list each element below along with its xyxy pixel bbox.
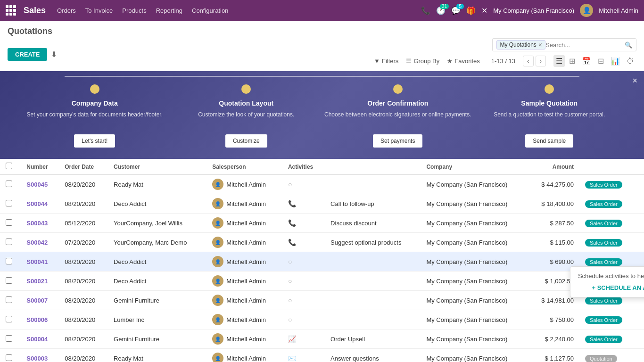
search-tag[interactable]: My Quotations × bbox=[496, 40, 545, 49]
salesperson-cell: 👤 Mitchell Admin bbox=[206, 194, 282, 214]
salesperson-cell: 👤 Mitchell Admin bbox=[206, 349, 282, 362]
chat-icon[interactable]: 💬 5 bbox=[451, 6, 461, 15]
row-checkbox[interactable] bbox=[6, 277, 12, 284]
order-number-link[interactable]: S00007 bbox=[26, 297, 48, 304]
salesperson-avatar: 👤 bbox=[212, 333, 223, 345]
activity-icon-circle: ○ bbox=[288, 296, 292, 304]
status-badge: Sales Order bbox=[585, 220, 622, 227]
row-checkbox[interactable] bbox=[6, 354, 12, 361]
activity-icon-cell[interactable]: ✉️ bbox=[282, 349, 325, 362]
order-number-link[interactable]: S00043 bbox=[26, 220, 48, 227]
col-amount: Amount bbox=[528, 159, 579, 175]
create-button[interactable]: CREATE bbox=[8, 48, 47, 61]
row-checkbox[interactable] bbox=[6, 181, 12, 187]
phone-icon[interactable]: 📞 bbox=[421, 6, 430, 15]
salesperson-avatar: 👤 bbox=[212, 353, 223, 362]
activity-icon-cell[interactable]: 📞 bbox=[282, 233, 325, 252]
company-cell: My Company (San Francisco) bbox=[421, 214, 528, 233]
gift-icon[interactable]: 🎁 bbox=[466, 6, 476, 15]
select-all-checkbox[interactable] bbox=[6, 163, 12, 169]
activity-label-cell bbox=[325, 272, 421, 291]
activity-label: Order Upsell bbox=[330, 336, 365, 343]
favorites-button[interactable]: ★ Favorites bbox=[447, 58, 479, 65]
close-nav-icon[interactable]: ✕ bbox=[481, 6, 487, 15]
activity-icon-cell[interactable]: ○ bbox=[282, 310, 325, 329]
brand-name[interactable]: Sales bbox=[24, 6, 46, 16]
activity-label: Call to follow-up bbox=[330, 200, 374, 207]
step2-button[interactable]: Customize bbox=[225, 134, 267, 148]
activity-label-cell: Order Upsell bbox=[325, 329, 421, 349]
order-number-link[interactable]: S00045 bbox=[26, 181, 48, 188]
activity-label-cell bbox=[325, 252, 421, 272]
search-input[interactable] bbox=[545, 41, 625, 49]
search-submit-icon[interactable]: 🔍 bbox=[625, 41, 632, 49]
order-date: 07/20/2020 bbox=[59, 233, 108, 252]
order-number-link[interactable]: S00006 bbox=[26, 316, 48, 323]
activity-icon-cell[interactable]: 📞 bbox=[282, 194, 325, 214]
customer-name: Deco Addict bbox=[108, 194, 206, 214]
user-avatar[interactable]: 👤 bbox=[580, 4, 593, 17]
pivot-view-button[interactable]: ⊟ bbox=[595, 55, 606, 67]
graph-view-button[interactable]: 📊 bbox=[608, 55, 622, 67]
salesperson-name: Mitchell Admin bbox=[226, 278, 266, 285]
order-number-link[interactable]: S00004 bbox=[26, 336, 48, 343]
order-number-link[interactable]: S00003 bbox=[26, 355, 48, 362]
search-tag-remove[interactable]: × bbox=[538, 41, 542, 49]
row-checkbox[interactable] bbox=[6, 219, 12, 226]
activity-label-cell bbox=[325, 291, 421, 310]
activity-icon-cell[interactable]: 📈 bbox=[282, 329, 325, 349]
quotations-table-container: Number Order Date Customer Salesperson A… bbox=[0, 159, 644, 362]
row-checkbox[interactable] bbox=[6, 239, 12, 245]
order-number-link[interactable]: S00042 bbox=[26, 239, 48, 246]
onboarding-steps: Company Data Set your company's data for… bbox=[19, 84, 625, 148]
order-number-link[interactable]: S00041 bbox=[26, 258, 48, 265]
activity-icon-cell[interactable]: ○ bbox=[282, 272, 325, 291]
activity-icon-cell[interactable]: ○ bbox=[282, 291, 325, 310]
groupby-button[interactable]: ☰ Group By bbox=[406, 58, 439, 65]
prev-page-button[interactable]: ‹ bbox=[523, 56, 533, 66]
page-count: 1-13 / 13 bbox=[491, 58, 515, 65]
list-view-button[interactable]: ☰ bbox=[553, 55, 565, 67]
nav-products[interactable]: Products bbox=[122, 7, 146, 14]
activity-icon-cell[interactable]: ○ bbox=[282, 175, 325, 194]
onboarding-close-button[interactable]: × bbox=[632, 76, 637, 86]
nav-invoice[interactable]: To Invoice bbox=[85, 7, 113, 14]
order-date: 08/20/2020 bbox=[59, 175, 108, 194]
download-button[interactable]: ⬇ bbox=[51, 50, 57, 59]
activity-icon-cell[interactable]: ○ Schedule activities to help you get th… bbox=[282, 252, 325, 272]
row-checkbox[interactable] bbox=[6, 200, 12, 206]
row-checkbox[interactable] bbox=[6, 335, 12, 342]
row-checkbox[interactable] bbox=[6, 258, 12, 264]
status-badge: Quotation bbox=[585, 355, 617, 362]
app-grid-icon[interactable] bbox=[6, 5, 16, 16]
customer-name: Deco Addict bbox=[108, 252, 206, 272]
order-number-link[interactable]: S00044 bbox=[26, 200, 48, 207]
status-cell: Sales Order bbox=[579, 329, 644, 349]
table-row: S00042 07/20/2020 YourCompany, Marc Demo… bbox=[0, 233, 644, 252]
customer-name: YourCompany, Joel Willis bbox=[108, 214, 206, 233]
step4-button[interactable]: Send sample bbox=[525, 134, 573, 148]
onboarding-line bbox=[65, 76, 580, 77]
nav-orders[interactable]: Orders bbox=[57, 7, 76, 14]
settings-view-button[interactable]: ⏱ bbox=[624, 55, 636, 67]
status-cell: Sales Order bbox=[579, 310, 644, 329]
nav-configuration[interactable]: Configuration bbox=[192, 7, 228, 14]
nav-reporting[interactable]: Reporting bbox=[156, 7, 182, 14]
onboarding-banner: × Company Data Set your company's data f… bbox=[0, 71, 644, 159]
customer-name: YourCompany, Marc Demo bbox=[108, 233, 206, 252]
filters-button[interactable]: ▼ Filters bbox=[374, 58, 398, 65]
row-checkbox[interactable] bbox=[6, 296, 12, 303]
step3-button[interactable]: Set payments bbox=[373, 134, 422, 148]
row-checkbox[interactable] bbox=[6, 316, 12, 322]
kanban-view-button[interactable]: ⊞ bbox=[567, 55, 578, 67]
step1-button[interactable]: Let's start! bbox=[74, 134, 115, 148]
order-number-link[interactable]: S00021 bbox=[26, 278, 48, 285]
salesperson-name: Mitchell Admin bbox=[226, 336, 266, 343]
calendar-icon[interactable]: 🕐 31 bbox=[436, 6, 446, 15]
activity-icon-cell[interactable]: 📞 bbox=[282, 214, 325, 233]
nav-links: Orders To Invoice Products Reporting Con… bbox=[57, 7, 228, 14]
next-page-button[interactable]: › bbox=[536, 56, 546, 66]
amount-cell: $ 2,240.00 bbox=[528, 329, 579, 349]
schedule-activity-link[interactable]: + SCHEDULE AN ACTIVITY bbox=[592, 284, 644, 291]
calendar-view-button[interactable]: 📅 bbox=[579, 55, 594, 67]
